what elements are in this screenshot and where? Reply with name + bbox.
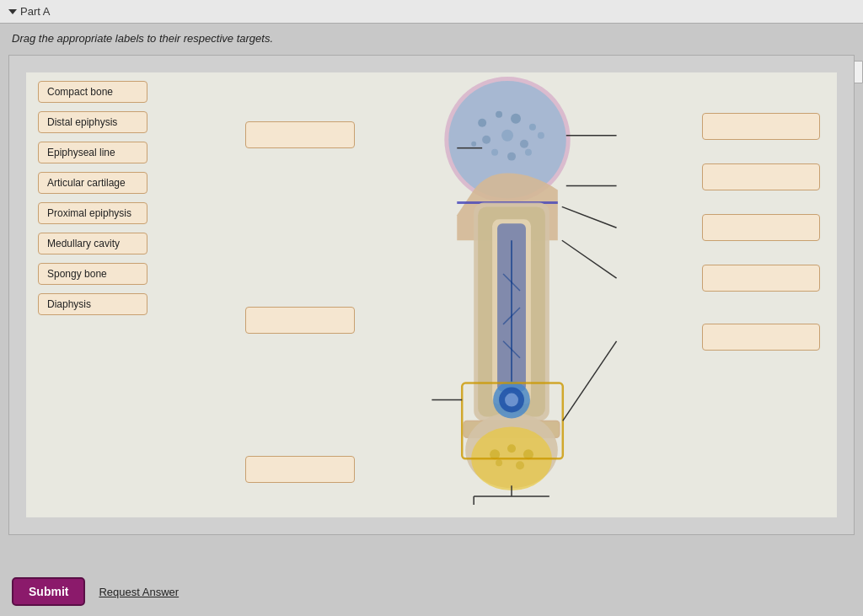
svg-line-43 — [562, 206, 617, 228]
label-distal-epiphysis[interactable]: Distal epiphysis — [38, 111, 147, 133]
svg-point-5 — [529, 124, 536, 131]
label-diaphysis[interactable]: Diaphysis — [38, 293, 147, 315]
svg-line-44 — [562, 240, 617, 278]
instruction-text: Drag the appropriate labels to their res… — [0, 24, 863, 51]
request-answer-link[interactable]: Request Answer — [99, 586, 179, 598]
svg-point-2 — [478, 119, 486, 127]
svg-point-6 — [482, 136, 490, 144]
label-compact-bone[interactable]: Compact bone — [38, 81, 147, 103]
main-panel: Compact bone Distal epiphysis Epiphyseal… — [8, 55, 855, 535]
labels-column: Compact bone Distal epiphysis Epiphyseal… — [38, 81, 147, 315]
svg-point-4 — [511, 114, 521, 124]
target-right-2[interactable] — [702, 163, 820, 190]
target-left-1[interactable] — [245, 121, 355, 148]
header-bar: Part A — [0, 0, 863, 24]
svg-point-30 — [516, 461, 524, 469]
bone-diagram-area — [195, 72, 837, 517]
part-a-label: Part A — [10, 5, 50, 18]
target-left-2[interactable] — [245, 307, 355, 334]
bottom-bar: Submit Request Answer — [0, 567, 863, 616]
label-medullary-cavity[interactable]: Medullary cavity — [38, 233, 147, 254]
svg-point-11 — [525, 149, 532, 156]
svg-point-10 — [507, 153, 516, 161]
svg-point-8 — [520, 140, 528, 148]
triangle-icon — [8, 9, 17, 14]
svg-point-3 — [496, 111, 502, 118]
target-right-1[interactable] — [702, 113, 820, 140]
svg-point-9 — [491, 149, 498, 156]
submit-button[interactable]: Submit — [12, 577, 85, 606]
svg-line-45 — [563, 341, 617, 421]
target-right-5[interactable] — [702, 324, 820, 351]
svg-point-13 — [538, 132, 544, 139]
inner-panel: Compact bone Distal epiphysis Epiphyseal… — [26, 72, 837, 517]
label-articular-cartilage[interactable]: Articular cartilage — [38, 172, 147, 194]
part-label: Part A — [20, 5, 50, 18]
target-bottom-1[interactable] — [245, 456, 355, 483]
target-right-4[interactable] — [702, 265, 820, 292]
target-right-3[interactable] — [702, 214, 820, 241]
svg-point-29 — [496, 459, 502, 466]
svg-point-12 — [471, 142, 476, 147]
label-spongy-bone[interactable]: Spongy bone — [38, 263, 147, 285]
label-proximal-epiphysis[interactable]: Proximal epiphysis — [38, 202, 147, 224]
svg-point-33 — [505, 394, 518, 407]
svg-point-27 — [507, 444, 516, 453]
svg-point-7 — [501, 130, 513, 142]
label-epiphyseal-line[interactable]: Epiphyseal line — [38, 142, 147, 163]
